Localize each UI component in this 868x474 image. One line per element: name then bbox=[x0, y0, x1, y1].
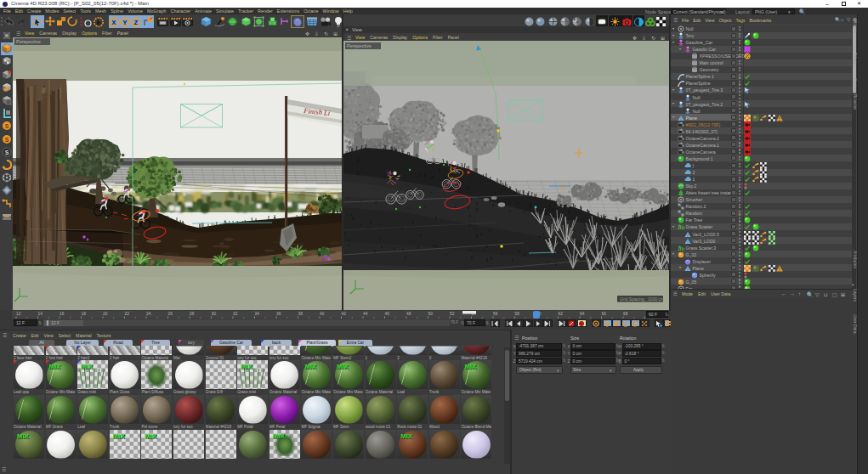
svg-text:48: 48 bbox=[406, 312, 411, 316]
svg-text:40: 40 bbox=[320, 312, 325, 316]
svg-text:S: S bbox=[4, 123, 9, 129]
svg-text:62: 62 bbox=[559, 312, 564, 316]
svg-text:S: S bbox=[4, 136, 9, 142]
svg-text:Grid Spacing : 1000 cm: Grid Spacing : 1000 cm bbox=[620, 296, 664, 302]
svg-text:26: 26 bbox=[168, 312, 173, 316]
svg-text:30: 30 bbox=[212, 312, 217, 316]
svg-text:S: S bbox=[4, 149, 9, 155]
svg-text:28: 28 bbox=[190, 312, 195, 316]
svg-text:34: 34 bbox=[255, 312, 260, 316]
svg-text:56: 56 bbox=[493, 312, 498, 316]
svg-text:18: 18 bbox=[82, 312, 87, 316]
svg-text:52: 52 bbox=[450, 312, 455, 316]
svg-text:38: 38 bbox=[298, 312, 304, 316]
svg-text:32: 32 bbox=[233, 312, 238, 316]
svg-text:24: 24 bbox=[146, 312, 151, 316]
svg-text:16: 16 bbox=[60, 312, 65, 316]
svg-text:36: 36 bbox=[276, 312, 281, 316]
svg-text:68: 68 bbox=[623, 312, 628, 316]
svg-text:Y: Y bbox=[122, 18, 127, 25]
svg-text:46: 46 bbox=[385, 312, 390, 316]
svg-text:44: 44 bbox=[363, 312, 368, 316]
svg-text:66: 66 bbox=[602, 312, 607, 316]
svg-text:58: 58 bbox=[515, 312, 520, 316]
svg-text:22: 22 bbox=[125, 312, 130, 316]
svg-text:64: 64 bbox=[580, 312, 585, 316]
svg-text:12: 12 bbox=[16, 312, 21, 316]
svg-text:42: 42 bbox=[342, 312, 347, 316]
svg-text:14: 14 bbox=[38, 312, 43, 316]
svg-text:20: 20 bbox=[103, 312, 108, 316]
svg-text:Z: Z bbox=[134, 18, 139, 25]
svg-text:X: X bbox=[111, 18, 116, 25]
svg-text:50: 50 bbox=[428, 312, 434, 316]
svg-text:70: 70 bbox=[645, 312, 646, 316]
